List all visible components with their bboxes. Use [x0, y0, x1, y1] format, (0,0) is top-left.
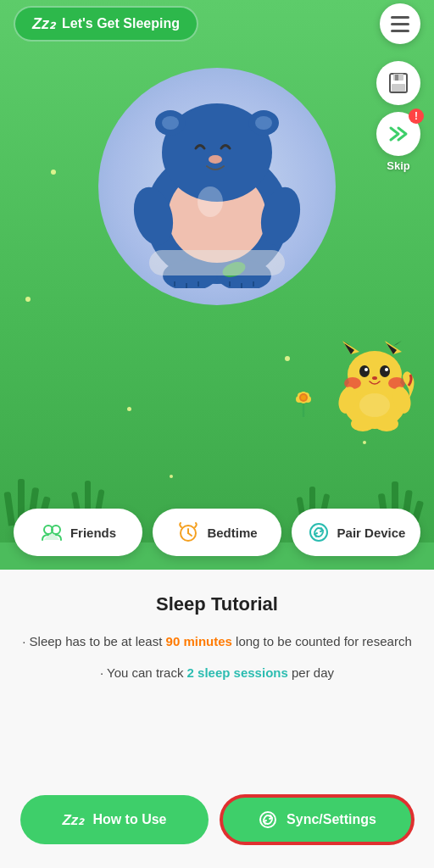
header-title: Let's Get Sleeping — [62, 16, 180, 31]
content-panel: Sleep Tutorial · Sleep has to be at leas… — [0, 570, 434, 868]
hamburger-line-3 — [391, 30, 409, 32]
svg-point-60 — [260, 812, 275, 827]
hamburger-button[interactable] — [380, 3, 420, 44]
zzz-icon: Zz₂ — [32, 14, 55, 33]
skip-badge: ! — [409, 108, 424, 124]
sparkle-6 — [170, 475, 173, 478]
pikachu-illustration — [332, 339, 417, 432]
how-to-use-zzz: Zz₂ — [62, 811, 84, 829]
snorlax-platform — [98, 68, 336, 305]
skip-pill: ! — [376, 112, 420, 156]
bedtime-button[interactable]: Bedtime — [153, 509, 281, 556]
snorlax-illustration — [124, 85, 310, 288]
highlight-sleep-sessions: 2 sleep sessions — [187, 665, 288, 680]
save-button[interactable] — [376, 61, 420, 105]
sparkle-3 — [127, 407, 131, 411]
save-icon — [387, 72, 409, 94]
sync-settings-button[interactable]: Sync/Settings — [220, 795, 414, 844]
tutorial-title: Sleep Tutorial — [20, 593, 414, 615]
skip-arrows-icon — [387, 123, 409, 145]
friends-button[interactable]: Friends — [14, 509, 142, 556]
svg-rect-52 — [395, 75, 398, 81]
svg-line-58 — [188, 533, 192, 536]
svg-point-35 — [372, 376, 377, 380]
svg-point-30 — [388, 377, 405, 389]
friends-icon — [40, 520, 64, 544]
scene-background — [0, 0, 434, 542]
sparkle-5 — [363, 441, 366, 444]
how-to-use-button[interactable]: Zz₂ How to Use — [20, 795, 209, 844]
svg-point-7 — [255, 116, 272, 130]
tutorial-point-1: · Sleep has to be at least 90 minutes lo… — [20, 632, 414, 652]
svg-point-5 — [162, 116, 179, 130]
svg-point-31 — [359, 365, 370, 377]
sparkle-2 — [25, 297, 31, 302]
highlight-90-minutes: 90 minutes — [166, 634, 232, 648]
svg-point-39 — [375, 416, 398, 431]
action-row: Friends Bedtime Pair Device — [0, 509, 434, 556]
hamburger-line-1 — [391, 16, 409, 19]
skip-button[interactable]: ! Skip — [376, 112, 420, 172]
pair-device-icon — [307, 520, 331, 544]
svg-rect-53 — [392, 84, 405, 92]
svg-point-33 — [364, 368, 368, 371]
skip-label: Skip — [387, 159, 409, 172]
alarm-icon — [176, 520, 200, 544]
bottom-row: Zz₂ How to Use Sync/Settings — [20, 795, 414, 844]
sync-settings-icon — [258, 810, 278, 830]
how-to-use-label: How to Use — [92, 812, 166, 827]
header: Zz₂ Let's Get Sleeping — [0, 0, 434, 47]
tutorial-point-2: · You can track 2 sleep sessions per day — [20, 664, 414, 683]
hamburger-line-2 — [391, 23, 409, 25]
svg-point-38 — [351, 416, 375, 431]
svg-point-49 — [301, 395, 306, 400]
bedtime-label: Bedtime — [207, 526, 257, 540]
sparkle-1 — [51, 170, 56, 175]
svg-point-19 — [198, 186, 223, 217]
svg-point-34 — [385, 368, 388, 371]
sync-settings-label: Sync/Settings — [287, 812, 376, 827]
svg-point-28 — [348, 351, 402, 398]
svg-point-29 — [344, 377, 361, 389]
flower-decoration — [293, 392, 314, 417]
svg-point-59 — [310, 524, 327, 541]
svg-marker-26 — [393, 341, 402, 346]
pair-device-label: Pair Device — [337, 526, 406, 540]
svg-rect-20 — [149, 250, 285, 275]
svg-point-32 — [380, 365, 390, 377]
friends-label: Friends — [70, 526, 116, 540]
sparkle-4 — [285, 356, 290, 361]
pair-device-button[interactable]: Pair Device — [292, 509, 420, 556]
svg-point-3 — [209, 155, 222, 164]
svg-point-40 — [359, 393, 390, 417]
header-title-pill: Zz₂ Let's Get Sleeping — [14, 6, 198, 42]
